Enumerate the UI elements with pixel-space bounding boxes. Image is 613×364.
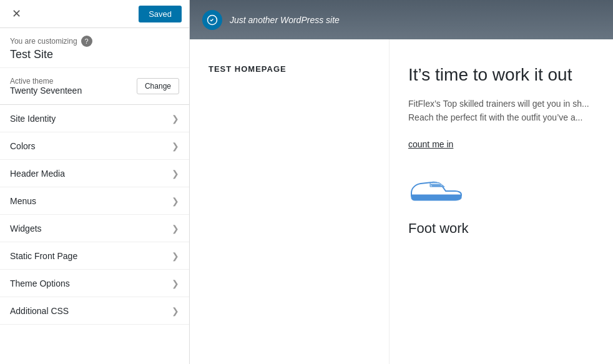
preview-text: FitFlex’s Top skilled trainers will get … [408, 97, 594, 125]
nav-item-label: Header Media [10, 169, 65, 179]
customizer-panel: ✕ Saved You are customizing ? Test Site … [0, 0, 190, 364]
homepage-label: TEST HOMEPAGE [208, 64, 370, 74]
customizing-label: You are customizing ? [10, 36, 179, 47]
active-theme-name: Twenty Seventeen [10, 86, 82, 96]
top-bar: ✕ Saved [0, 0, 189, 28]
customizing-text: You are customizing [10, 37, 77, 46]
nav-item-label: Site Identity [10, 114, 56, 124]
site-tagline: Just another WordPress site [230, 15, 340, 25]
chevron-right-icon: ❯ [172, 224, 179, 234]
nav-item-label: Theme Options [10, 278, 70, 288]
nav-item-widgets[interactable]: Widgets ❯ [0, 215, 189, 242]
chevron-right-icon: ❯ [172, 169, 179, 179]
preview-left-column: TEST HOMEPAGE [190, 39, 390, 364]
preview-right-column: It’s time to work it out FitFlex’s Top s… [390, 39, 613, 364]
chevron-right-icon: ❯ [172, 141, 179, 151]
nav-item-theme-options[interactable]: Theme Options ❯ [0, 270, 189, 297]
nav-item-label: Additional CSS [10, 306, 69, 316]
nav-item-site-identity[interactable]: Site Identity ❯ [0, 105, 189, 132]
site-name: Test Site [10, 48, 179, 61]
active-theme-section: Active theme Twenty Seventeen Change [0, 68, 189, 105]
preview-header: Just another WordPress site [190, 0, 613, 39]
nav-item-label: Widgets [10, 224, 42, 234]
nav-list: Site Identity ❯ Colors ❯ Header Media ❯ … [0, 105, 189, 364]
nav-item-label: Static Front Page [10, 251, 77, 261]
preview-link[interactable]: count me in [408, 139, 594, 149]
nav-item-menus[interactable]: Menus ❯ [0, 187, 189, 215]
chevron-right-icon: ❯ [172, 196, 179, 206]
close-button[interactable]: ✕ [7, 5, 25, 22]
customizing-info: You are customizing ? Test Site [0, 28, 189, 68]
preview-heading: It’s time to work it out [408, 64, 594, 86]
preview-content: TEST HOMEPAGE It’s time to work it out F… [190, 39, 613, 364]
active-theme-label: Active theme [10, 77, 82, 86]
chevron-right-icon: ❯ [172, 306, 179, 316]
shoe-icon [408, 168, 464, 205]
nav-item-additional-css[interactable]: Additional CSS ❯ [0, 297, 189, 325]
shoe-icon-container [408, 168, 594, 208]
chevron-right-icon: ❯ [172, 251, 179, 261]
chevron-right-icon: ❯ [172, 278, 179, 288]
saved-button[interactable]: Saved [139, 6, 182, 22]
nav-item-static-front-page[interactable]: Static Front Page ❯ [0, 242, 189, 270]
nav-item-label: Menus [10, 196, 36, 206]
help-icon[interactable]: ? [81, 36, 92, 47]
nav-item-label: Colors [10, 141, 35, 151]
preview-panel: Just another WordPress site TEST HOMEPAG… [190, 0, 613, 364]
active-theme-info: Active theme Twenty Seventeen [10, 77, 82, 96]
foot-work-label: Foot work [408, 220, 594, 237]
nav-item-colors[interactable]: Colors ❯ [0, 132, 189, 160]
change-theme-button[interactable]: Change [137, 78, 179, 94]
chevron-right-icon: ❯ [172, 114, 179, 124]
nav-item-header-media[interactable]: Header Media ❯ [0, 160, 189, 187]
site-logo-icon [202, 10, 222, 30]
